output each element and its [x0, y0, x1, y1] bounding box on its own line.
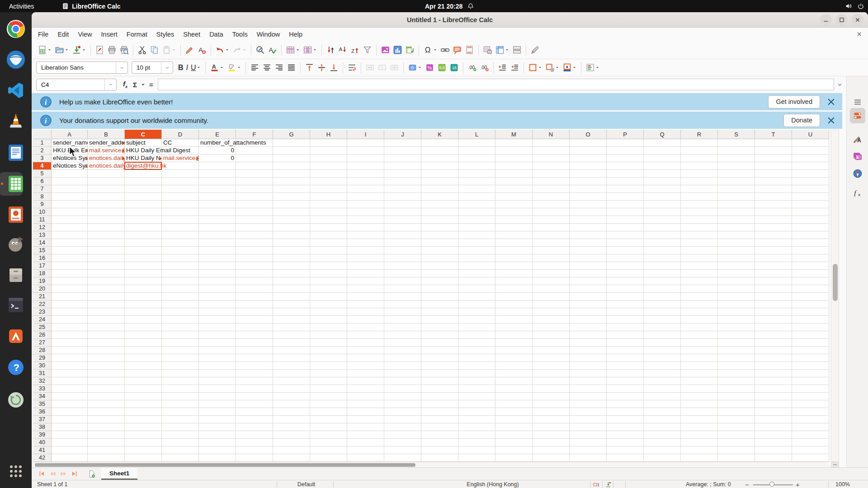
close-icon[interactable] [826, 116, 836, 125]
title-bar[interactable]: Untitled 1 - LibreOffice Calc [32, 12, 868, 28]
row-header-11[interactable]: 11 [33, 216, 52, 224]
column-header-Q[interactable]: Q [644, 130, 681, 139]
row-header-34[interactable]: 34 [33, 393, 52, 400]
headers-footers-button[interactable] [464, 44, 475, 56]
row-button[interactable] [285, 44, 301, 56]
formula-icon[interactable]: = [147, 80, 155, 89]
menu-view[interactable]: View [73, 29, 96, 40]
row-header-39[interactable]: 39 [33, 431, 52, 439]
dock-vlc-icon[interactable] [6, 111, 26, 131]
menu-data[interactable]: Data [205, 29, 228, 40]
row-header-29[interactable]: 29 [33, 354, 52, 362]
center-vertically-button[interactable] [316, 61, 327, 74]
row-header-13[interactable]: 13 [33, 231, 52, 239]
row-header-1[interactable]: 1 [33, 139, 52, 147]
sum-icon[interactable]: Σ [131, 80, 139, 89]
column-header-J[interactable]: J [384, 130, 421, 139]
sidebar-sidebar-settings-icon[interactable] [850, 94, 865, 110]
sidebar-gallery-icon[interactable] [850, 149, 865, 164]
menu-sheet[interactable]: Sheet [179, 29, 205, 40]
close-button[interactable] [852, 14, 863, 26]
zoom-in-icon[interactable]: + [796, 480, 800, 488]
column-header-F[interactable]: F [236, 130, 273, 139]
column-header-B[interactable]: B [88, 130, 125, 139]
sheet-tab-sheet1[interactable]: Sheet1 [101, 468, 137, 480]
zoom-level[interactable]: 100% [835, 480, 850, 488]
row-header-37[interactable]: 37 [33, 416, 52, 423]
sidebar-navigator-icon[interactable] [850, 166, 865, 181]
cell-E3[interactable]: 0 [199, 155, 236, 162]
chevron-down-icon[interactable] [47, 47, 52, 54]
row-header-20[interactable]: 20 [33, 285, 52, 293]
cell-A4[interactable]: eNotices Sys [52, 162, 88, 170]
name-box[interactable]: C4 [36, 79, 117, 91]
vertical-scrollbar-thumb[interactable] [833, 264, 838, 301]
text-language[interactable]: English (Hong Kong) [439, 480, 547, 488]
row-header-27[interactable]: 27 [33, 339, 52, 347]
activities-button[interactable]: Activities [0, 0, 43, 12]
add-decimal-button[interactable]: .00 [467, 61, 478, 74]
close-document-icon[interactable] [856, 31, 863, 38]
next-sheet-icon[interactable] [58, 469, 69, 479]
sort-button[interactable] [325, 44, 336, 56]
special-character-button[interactable]: Ω [422, 44, 439, 56]
chevron-down-icon[interactable] [505, 47, 509, 54]
row-header-22[interactable]: 22 [33, 300, 52, 308]
dock-app-grid-icon[interactable] [6, 461, 26, 481]
row-header-7[interactable]: 7 [33, 185, 52, 193]
hyperlink-button[interactable] [439, 44, 451, 56]
align-left-button[interactable] [249, 61, 260, 74]
new-button[interactable] [37, 44, 53, 56]
chevron-down-icon[interactable] [433, 47, 438, 54]
chevron-down-icon[interactable] [595, 64, 600, 71]
dock-terminal-icon[interactable] [6, 295, 26, 315]
cell-A2[interactable]: HKU Bulk Em [52, 147, 88, 155]
menu-window[interactable]: Window [252, 29, 285, 40]
row-header-17[interactable]: 17 [33, 262, 52, 270]
insert-chart-button[interactable] [392, 44, 403, 56]
format-date-button[interactable]: 15 [448, 61, 460, 74]
column-header-C[interactable]: C [125, 130, 162, 139]
align-bottom-button[interactable] [328, 61, 340, 74]
menu-edit[interactable]: Edit [53, 29, 73, 40]
column-header-N[interactable]: N [533, 130, 570, 139]
autofilter-button[interactable] [362, 44, 373, 56]
sidebar-styles-icon[interactable]: A [850, 131, 865, 147]
border-color-button[interactable] [561, 61, 578, 74]
conditional-formatting-button[interactable] [585, 61, 601, 74]
cell-B2[interactable]: mail.service@ [88, 147, 125, 155]
column-header-P[interactable]: P [607, 130, 644, 139]
cell-D1[interactable]: CC [162, 139, 199, 147]
row-header-38[interactable]: 38 [33, 423, 52, 431]
select-all-corner[interactable] [33, 130, 52, 139]
chevron-down-icon[interactable] [538, 64, 542, 71]
sidebar-properties-icon[interactable] [850, 108, 865, 123]
horizontal-scrollbar[interactable] [33, 462, 829, 467]
row-header-6[interactable]: 6 [33, 178, 52, 185]
column-header-M[interactable]: M [495, 130, 533, 139]
row-header-30[interactable]: 30 [33, 362, 52, 370]
row-header-32[interactable]: 32 [33, 377, 52, 385]
menu-insert[interactable]: Insert [97, 29, 122, 40]
dock-software-updater-icon[interactable] [6, 390, 26, 410]
save-button[interactable] [71, 44, 87, 56]
cell-E1[interactable]: number_of_attachments [199, 139, 236, 147]
formula-input[interactable] [158, 79, 834, 90]
row-header-23[interactable]: 23 [33, 308, 52, 316]
row-header-33[interactable]: 33 [33, 385, 52, 393]
cell-A3[interactable]: eNotices Sys [52, 155, 88, 162]
focused-app-menu[interactable]: LibreOffice Calc [62, 3, 120, 10]
column-header-S[interactable]: S [718, 130, 755, 139]
row-header-12[interactable]: 12 [33, 224, 52, 231]
split-window-button[interactable] [511, 44, 523, 56]
cell-C1[interactable]: subject [125, 139, 162, 147]
cut-button[interactable] [137, 44, 148, 56]
cells-area[interactable]: sender_namesender_addresubjectCCnumber_o… [52, 139, 829, 462]
chevron-down-icon[interactable] [116, 62, 127, 73]
font-size-combo[interactable]: 10 pt [132, 61, 173, 74]
spelling-button[interactable]: A [267, 44, 278, 56]
export-pdf-button[interactable] [94, 44, 105, 56]
column-header-I[interactable]: I [347, 130, 384, 139]
row-header-19[interactable]: 19 [33, 277, 52, 285]
column-header-D[interactable]: D [162, 130, 199, 139]
